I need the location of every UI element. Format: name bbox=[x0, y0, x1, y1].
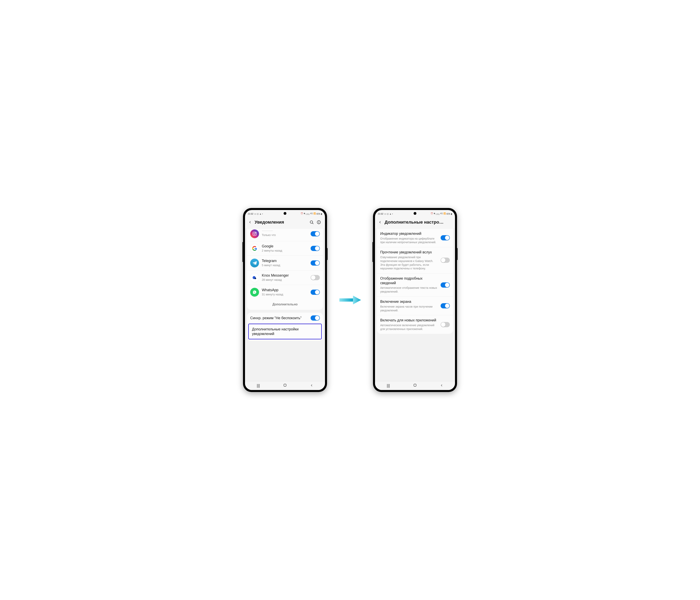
nav-recent[interactable]: ||| bbox=[382, 383, 394, 388]
phone-side-button bbox=[327, 248, 328, 260]
advanced-settings-row[interactable]: Дополнительные настройки уведомлений bbox=[249, 324, 321, 339]
nav-back[interactable] bbox=[435, 383, 448, 388]
setting-desc: Озвучивание уведомлений при подключении … bbox=[380, 255, 438, 271]
telegram-icon bbox=[250, 258, 259, 268]
phone-left: 21:02 ▭ ◎ ▲ • ⏰ ✱ LTE1 4G 📶 41% ▮ Уведом… bbox=[243, 208, 327, 392]
setting-show-detail[interactable]: Отображение подробных сведений Автоматич… bbox=[377, 273, 453, 297]
toggle-whatsapp[interactable] bbox=[310, 290, 320, 295]
toggle-indicator[interactable] bbox=[441, 235, 450, 241]
svg-point-9 bbox=[255, 278, 256, 279]
header: Дополнительные настро… bbox=[375, 217, 455, 229]
nav-back[interactable] bbox=[306, 383, 318, 388]
sync-dnd-title: Синхр. режим "Не беспокоить" bbox=[250, 316, 308, 320]
toggle-show-detail[interactable] bbox=[441, 282, 450, 288]
svg-rect-10 bbox=[284, 384, 286, 386]
battery-icon: ▮ bbox=[321, 213, 322, 215]
app-sub: 5 минут назад bbox=[262, 264, 308, 267]
setting-title: Отображение подробных сведений bbox=[380, 276, 438, 285]
app-name: Telegram bbox=[262, 259, 308, 263]
content: Индикатор уведомлений Отображение индика… bbox=[375, 229, 455, 381]
toggle-telegram[interactable] bbox=[310, 260, 320, 266]
toggle-sync-dnd[interactable] bbox=[310, 316, 320, 321]
page-title: Дополнительные настро… bbox=[384, 220, 452, 225]
status-icons-right: ⏰ ✱ LTE1 4G 📶 bbox=[301, 212, 316, 215]
highlight-box: Дополнительные настройки уведомлений bbox=[248, 324, 322, 340]
app-row-telegram[interactable]: Telegram 5 минут назад bbox=[247, 256, 323, 270]
svg-rect-13 bbox=[414, 384, 416, 386]
toggle-screen-on[interactable] bbox=[441, 303, 450, 308]
svg-line-1 bbox=[312, 223, 313, 224]
google-icon bbox=[250, 244, 259, 253]
setting-read-aloud[interactable]: Прочтение уведомлений вслух Озвучивание … bbox=[377, 247, 453, 273]
instagram-icon bbox=[250, 229, 259, 238]
app-row-whatsapp[interactable]: WhatsApp 31 минуту назад bbox=[247, 285, 323, 299]
setting-title: Включать для новых приложений bbox=[380, 318, 438, 323]
app-list-card: ··········· Только что Google 2 минуты н… bbox=[247, 229, 323, 310]
toggle-instagram[interactable] bbox=[310, 231, 320, 236]
knox-icon bbox=[250, 273, 259, 282]
app-name: Google bbox=[262, 244, 308, 248]
setting-desc: Автоматическое включение уведомлений для… bbox=[380, 323, 438, 331]
status-icons-left: ▭ ◎ ▲ • bbox=[384, 212, 393, 215]
toggle-knox[interactable] bbox=[310, 275, 320, 280]
status-time: 21:02 bbox=[378, 212, 383, 215]
info-icon[interactable] bbox=[316, 220, 321, 225]
app-row-google[interactable]: Google 2 минуты назад bbox=[247, 241, 323, 256]
status-battery: 41% bbox=[317, 213, 320, 215]
settings-card: Синхр. режим "Не беспокоить" Дополнитель… bbox=[247, 312, 323, 341]
nav-recent[interactable]: ||| bbox=[252, 383, 265, 388]
app-row-instagram[interactable]: ··········· Только что bbox=[247, 229, 323, 241]
app-sub: Только что bbox=[262, 233, 308, 237]
app-sub: 2 минуты назад bbox=[262, 249, 308, 253]
setting-title: Индикатор уведомлений bbox=[380, 231, 438, 236]
svg-point-7 bbox=[256, 232, 256, 233]
arrow-between-icon bbox=[339, 294, 361, 306]
header: Уведомления bbox=[245, 217, 325, 229]
phone-side-button bbox=[457, 248, 457, 260]
sync-dnd-row[interactable]: Синхр. режим "Не беспокоить" bbox=[247, 312, 323, 324]
content: ··········· Только что Google 2 минуты н… bbox=[245, 229, 325, 381]
toggle-read-aloud[interactable] bbox=[441, 257, 450, 263]
screen-right: 21:02 ▭ ◎ ▲ • ⏰ ✱ LTE1 4G 📶 41% ▮ Дополн… bbox=[375, 210, 455, 390]
app-name: WhatsApp bbox=[262, 288, 308, 292]
more-link[interactable]: Дополнительно bbox=[247, 299, 323, 310]
status-battery: 41% bbox=[446, 213, 450, 215]
toggle-google[interactable] bbox=[310, 246, 320, 251]
front-camera bbox=[283, 212, 286, 215]
setting-desc: Автоматическое отображение текста новых … bbox=[380, 286, 438, 294]
setting-new-apps[interactable]: Включать для новых приложений Автоматиче… bbox=[377, 315, 453, 333]
setting-desc: Включение экрана часов при получении уве… bbox=[380, 305, 438, 312]
screen-left: 21:02 ▭ ◎ ▲ • ⏰ ✱ LTE1 4G 📶 41% ▮ Уведом… bbox=[245, 210, 325, 390]
setting-indicator[interactable]: Индикатор уведомлений Отображение индика… bbox=[377, 229, 453, 247]
svg-marker-12 bbox=[353, 296, 361, 304]
android-navbar: ||| bbox=[375, 381, 455, 390]
settings-list-card: Индикатор уведомлений Отображение индика… bbox=[377, 229, 453, 334]
phone-right: 21:02 ▭ ◎ ▲ • ⏰ ✱ LTE1 4G 📶 41% ▮ Дополн… bbox=[373, 208, 457, 392]
setting-title: Прочтение уведомлений вслух bbox=[380, 250, 438, 255]
back-icon[interactable] bbox=[247, 219, 253, 226]
android-navbar: ||| bbox=[245, 381, 325, 390]
nav-home[interactable] bbox=[409, 383, 421, 388]
search-icon[interactable] bbox=[309, 220, 314, 225]
battery-icon: ▮ bbox=[451, 213, 452, 215]
app-name: ··········· bbox=[262, 229, 308, 233]
back-icon[interactable] bbox=[377, 219, 383, 226]
svg-point-6 bbox=[254, 233, 255, 234]
svg-rect-11 bbox=[340, 298, 353, 302]
status-icons-left: ▭ ◎ ▲ • bbox=[254, 212, 263, 215]
app-sub: 31 минуту назад bbox=[262, 293, 308, 296]
app-row-knox[interactable]: Knox Messenger 28 минут назад bbox=[247, 270, 323, 285]
phone-side-button bbox=[372, 242, 373, 262]
advanced-settings-title: Дополнительные настройки уведомлений bbox=[252, 327, 318, 336]
app-name: Knox Messenger bbox=[262, 273, 308, 278]
page-title: Уведомления bbox=[255, 220, 308, 225]
status-icons-right: ⏰ ✱ LTE1 4G 📶 bbox=[431, 212, 446, 215]
nav-home[interactable] bbox=[279, 383, 291, 388]
toggle-new-apps[interactable] bbox=[441, 322, 450, 327]
setting-title: Включение экрана bbox=[380, 299, 438, 304]
setting-screen-on[interactable]: Включение экрана Включение экрана часов … bbox=[377, 297, 453, 315]
setting-desc: Отображение индикатора на циферблате при… bbox=[380, 237, 438, 244]
status-time: 21:02 bbox=[248, 212, 253, 215]
front-camera bbox=[414, 212, 417, 215]
whatsapp-icon bbox=[250, 288, 259, 297]
